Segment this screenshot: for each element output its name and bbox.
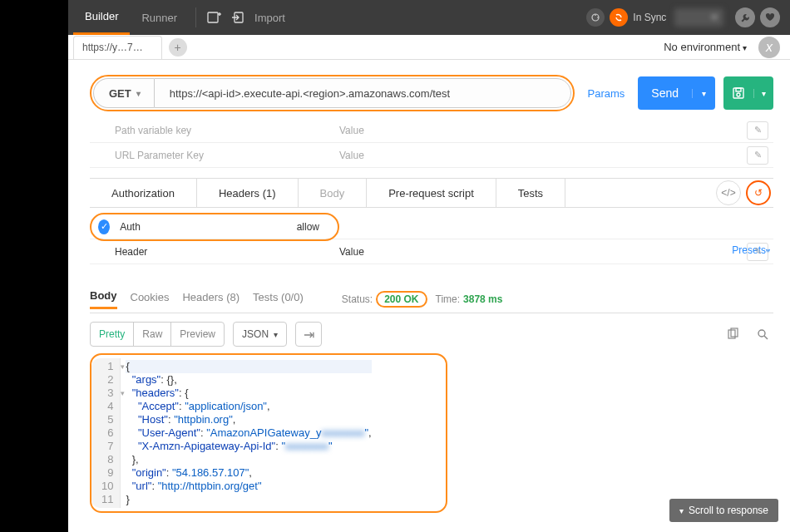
user-menu[interactable] <box>674 8 723 27</box>
format-select[interactable]: JSON▾ <box>233 322 287 347</box>
scroll-to-response-button[interactable]: ▾ Scroll to response <box>669 499 778 522</box>
view-preview[interactable]: Preview <box>171 323 224 346</box>
import-button[interactable]: Import <box>254 12 285 24</box>
heart-icon[interactable] <box>760 7 780 27</box>
environment-quicklook-icon[interactable]: x <box>758 37 780 58</box>
svg-rect-6 <box>736 88 741 91</box>
chevron-down-icon: ▾ <box>679 506 684 515</box>
tab-strip: https://y…7… + No environment▾ x <box>0 35 790 60</box>
response-body[interactable]: { "args": {}, "headers": { "Accept": "ap… <box>121 358 376 508</box>
header-key-input[interactable]: Auth <box>120 221 296 233</box>
header-row-highlight: ✓ Auth allow <box>90 213 339 241</box>
tab-body[interactable]: Body <box>299 179 368 207</box>
method-select[interactable]: GET▾ <box>93 78 154 108</box>
new-request-icon[interactable] <box>203 6 226 29</box>
svg-point-10 <box>758 330 765 337</box>
path-variable-value-input[interactable]: Value <box>339 125 747 136</box>
code-icon[interactable]: </> <box>716 180 741 205</box>
tab-prerequest[interactable]: Pre-request script <box>367 179 496 207</box>
send-dropdown-icon[interactable]: ▾ <box>692 89 715 98</box>
copy-icon[interactable] <box>722 323 743 345</box>
response-tab-cookies[interactable]: Cookies <box>131 291 170 308</box>
request-line-highlight: GET▾ https://<api-id>.execute-api.<regio… <box>90 75 575 111</box>
tab-authorization[interactable]: Authorization <box>90 179 197 207</box>
import-icon[interactable] <box>226 6 249 29</box>
sync-status-icon <box>586 8 605 27</box>
save-icon <box>723 86 753 100</box>
edit-icon[interactable]: ✎ <box>747 243 768 261</box>
sync-orange-icon <box>610 8 628 27</box>
send-button[interactable]: Send ▾ <box>638 76 715 110</box>
tab-headers[interactable]: Headers (1) <box>197 179 299 207</box>
line-wrap-icon[interactable]: ⇥ <box>295 322 322 347</box>
edit-icon[interactable]: ✎ <box>747 121 768 140</box>
environment-select[interactable]: No environment▾ <box>657 37 753 57</box>
response-tab-body[interactable]: Body <box>90 289 117 309</box>
top-bar: Builder Runner Import In Sync <box>0 0 790 35</box>
save-dropdown-icon[interactable]: ▾ <box>753 89 773 98</box>
header-enabled-check-icon[interactable]: ✓ <box>98 219 110 234</box>
time-label: Time: <box>436 293 461 305</box>
new-tab-button[interactable]: + <box>169 38 187 57</box>
url-param-key-input[interactable]: URL Parameter Key <box>90 150 339 161</box>
edit-icon[interactable]: ✎ <box>747 146 768 165</box>
view-pretty[interactable]: Pretty <box>91 323 134 346</box>
url-param-value-input[interactable]: Value <box>339 150 747 161</box>
request-tab[interactable]: https://y…7… <box>73 36 162 59</box>
settings-icon[interactable] <box>735 7 755 27</box>
status-label: Status: <box>342 293 373 305</box>
line-gutter: 1234567891011 <box>91 358 121 508</box>
save-button[interactable]: ▾ <box>723 76 773 110</box>
url-input[interactable]: https://<api-id>.execute-api.<region>.am… <box>154 78 571 108</box>
path-variable-key-input[interactable]: Path variable key <box>90 125 339 136</box>
search-icon[interactable] <box>752 323 773 345</box>
status-value: 200 OK <box>376 291 427 308</box>
response-body-highlight: 1234567891011 { "args": {}, "headers": {… <box>90 353 447 513</box>
response-tab-headers[interactable]: Headers (8) <box>182 291 239 308</box>
svg-point-7 <box>737 93 740 96</box>
reset-icon[interactable]: ↺ <box>746 180 771 205</box>
sync-label: In Sync <box>633 12 666 23</box>
left-gutter <box>0 0 68 532</box>
tab-label: https://y…7… <box>82 42 143 53</box>
time-value: 3878 ms <box>463 293 502 305</box>
divider <box>195 7 196 27</box>
tab-tests[interactable]: Tests <box>496 179 565 207</box>
header-value-placeholder-input[interactable]: Value <box>339 246 747 258</box>
header-key-placeholder-input[interactable]: Header <box>90 246 339 258</box>
header-value-input[interactable]: allow <box>297 221 319 233</box>
response-tab-tests[interactable]: Tests (0/0) <box>253 291 304 308</box>
params-button[interactable]: Params <box>583 87 630 100</box>
nav-builder[interactable]: Builder <box>73 0 130 35</box>
nav-runner[interactable]: Runner <box>130 0 189 35</box>
svg-rect-0 <box>208 12 218 22</box>
view-raw[interactable]: Raw <box>134 323 171 346</box>
svg-line-11 <box>764 336 768 339</box>
